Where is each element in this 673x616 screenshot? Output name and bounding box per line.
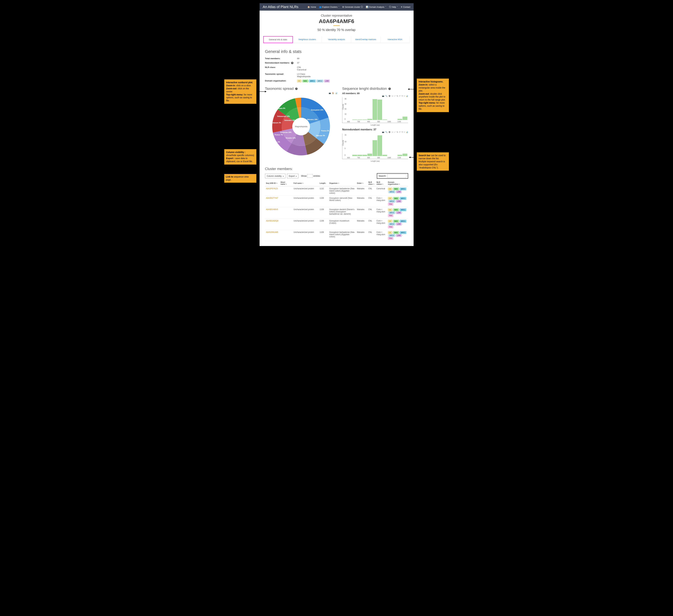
pill-cc: CC <box>388 197 392 200</box>
hist-nr-plot[interactable]: Counts 051015 60070080090010001100 <box>342 133 408 159</box>
th-domain[interactable]: Domain organization <box>387 180 408 186</box>
cluster-sub-label: Cluster representative <box>260 14 414 17</box>
pill-cc: CC <box>388 231 392 234</box>
sequence-link[interactable]: A0A5J5NUM5 <box>266 231 278 233</box>
pill-nbd: NBD <box>393 220 399 223</box>
nav-contact[interactable]: ✈Contact <box>401 5 410 8</box>
plotly-icon[interactable]: 📊 <box>406 95 408 97</box>
arrow-search <box>409 157 417 158</box>
pill-trx: TRX <box>388 203 393 206</box>
tab-general[interactable]: General info & stats <box>263 36 293 43</box>
hist-bar <box>352 155 357 156</box>
th-short[interactable]: Short name <box>280 180 293 186</box>
tab-content: General info & stats Total members: 89 N… <box>260 43 414 246</box>
th-class[interactable]: NLR class <box>368 180 376 186</box>
sequence-link[interactable]: A0A5D2SDQ9 <box>266 220 278 222</box>
hist-bar <box>368 119 372 120</box>
th-organism[interactable]: Organism <box>328 180 356 186</box>
cell-status: Core + marg.dom <box>376 230 387 241</box>
nav-explore[interactable]: 👥Explore Clusters <box>319 5 339 8</box>
help-icon[interactable]: ? <box>295 87 297 90</box>
help-icon[interactable]: ? <box>291 62 293 64</box>
pill-arc2: ARC2 <box>316 79 323 82</box>
cell-short <box>280 230 293 241</box>
sort-icon <box>373 183 375 185</box>
row-domain: Domain organisation: CC-NBD-ARC1-ARC2-LR… <box>265 78 408 83</box>
zoom-icon[interactable]: 🔍 <box>385 95 388 97</box>
cell-id: A0A2P5YKZ3 <box>265 186 280 196</box>
reset-icon[interactable]: ≡ <box>404 95 405 97</box>
autoscale-icon[interactable]: ⟲ <box>401 95 403 97</box>
reset-icon[interactable]: ≡ <box>404 131 405 133</box>
zoomout-icon[interactable]: ↺ <box>399 95 401 97</box>
box-icon[interactable]: ▭ <box>392 95 393 97</box>
camera-icon[interactable]: 📷 <box>329 92 331 94</box>
seqlen-chart-col: Sequence lenght distribution? All member… <box>342 87 408 162</box>
tab-variability[interactable]: Variability analysis <box>322 36 351 43</box>
th-order[interactable]: Order <box>356 180 368 186</box>
nav-help[interactable]: ⓘHelp <box>389 5 398 8</box>
svg-text:Malus 2%: Malus 2% <box>272 141 280 143</box>
val-nonredundant: 37 <box>297 62 299 64</box>
svg-text:Gossypium 19%: Gossypium 19% <box>311 109 323 111</box>
arrow-hist <box>408 89 417 89</box>
lasso-icon[interactable]: ⤢ <box>394 95 396 97</box>
sequence-link[interactable]: A0A5D2ABV5 <box>266 208 278 211</box>
cell-short <box>280 196 293 207</box>
th-full[interactable]: Full name <box>293 180 318 186</box>
nav-generate[interactable]: ⚙Generate cluster ⓘ <box>342 5 363 8</box>
svg-text:Solanum 3%: Solanum 3% <box>272 122 281 124</box>
val-nlrclass: CNLCanonical <box>297 66 306 71</box>
th-status[interactable]: NLR status <box>376 180 387 186</box>
cell-status: Core + marg.dom <box>376 219 387 230</box>
plotly-icon[interactable]: 📊 <box>335 92 338 94</box>
sequence-link[interactable]: A0A2P5YKZ3 <box>266 188 278 190</box>
zoom-icon[interactable]: 🔍 <box>385 131 388 133</box>
cell-class: CNL <box>368 230 376 241</box>
help-icon[interactable]: ? <box>388 87 391 90</box>
tab-matrices[interactable]: Ident/Overlap matrices <box>351 36 380 43</box>
hist-bar <box>368 153 372 156</box>
hist-nr-toolbar: 📷 🔍 ➕ ▭ ⤢ ⇆ ↺ ⟲ ≡ 📊 <box>342 131 408 133</box>
cluster-id: A0A6P4AMF6 <box>260 18 414 24</box>
svg-text:Prunus 7%: Prunus 7% <box>274 134 283 136</box>
camera-icon[interactable]: 📷 <box>382 131 384 133</box>
pill-nbd: NBD <box>393 188 399 190</box>
box-icon[interactable]: ▭ <box>392 131 393 133</box>
column-visibility-button[interactable]: Column visibility <box>265 174 285 178</box>
arrow-sunburst <box>257 91 266 92</box>
show-entries: Show entries <box>301 174 320 178</box>
tab-neighbour[interactable]: Neighbour clusters <box>293 36 322 43</box>
th-id[interactable]: Seq UKB ID <box>265 180 280 186</box>
autoscale-icon[interactable]: ⟲ <box>401 131 403 133</box>
nav-domain[interactable]: 📊Domain Analysis <box>366 5 386 8</box>
nav-help-label: Help <box>392 6 396 8</box>
callout-sunburst: Interactive sunburst plot. Zoom-in: clic… <box>224 79 256 104</box>
pan-icon[interactable]: ➕ <box>388 95 391 97</box>
zoomin-icon[interactable]: ⇆ <box>397 131 398 133</box>
hist-all-plot[interactable]: Counts 010203040 60070080090010001100 <box>342 97 408 123</box>
pill-lrr: LRR <box>396 234 402 237</box>
zoomout-icon[interactable]: ↺ <box>399 131 401 133</box>
hist-bar <box>383 119 387 120</box>
th-length[interactable]: Length↓ <box>318 180 328 186</box>
cell-org: Gossypium raimondii (New World cotton) <box>328 196 356 207</box>
nav-home[interactable]: 🏠Home <box>307 5 316 8</box>
sunburst-plot[interactable]: Magnoliopsida Gossypium 19% Malvales 19%… <box>265 94 338 159</box>
sequence-link[interactable]: A0A0D2TYH7 <box>266 197 278 199</box>
lasso-icon[interactable]: ⤢ <box>394 131 396 133</box>
zoomin-icon[interactable]: ⇆ <box>397 95 398 97</box>
home-icon[interactable]: 🏠 <box>332 92 334 94</box>
top-nav: An Atlas of Plant NLRs 🏠Home 👥Explore Cl… <box>260 3 414 11</box>
hist-bar <box>373 99 377 120</box>
search-input[interactable] <box>387 174 407 178</box>
camera-icon[interactable]: 📷 <box>382 95 384 97</box>
pill-arc1: ARC1 <box>309 79 316 82</box>
tab-msa[interactable]: Interactive MSA <box>380 36 410 43</box>
pan-icon[interactable]: ➕ <box>388 131 391 133</box>
export-button[interactable]: Export <box>287 174 298 178</box>
plotly-icon[interactable]: 📊 <box>406 131 408 133</box>
val-domain: CC-NBD-ARC1-ARC2-LRR <box>297 79 330 82</box>
entries-input[interactable] <box>307 174 313 178</box>
sort-icon <box>338 182 339 184</box>
